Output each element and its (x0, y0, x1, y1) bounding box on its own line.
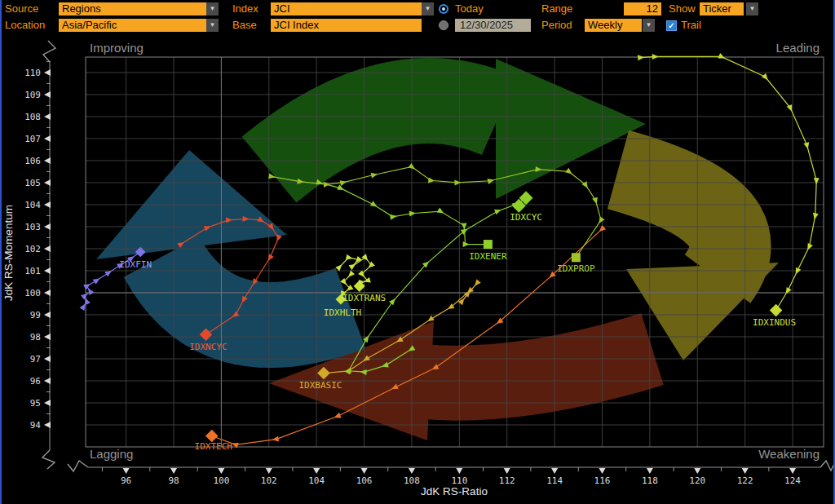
svg-text:96: 96 (30, 376, 41, 387)
location-select[interactable]: Asia/Pacific (59, 19, 206, 32)
ticker-label-IDXBASIC[interactable]: IDXBASIC (298, 380, 342, 391)
x-axis-break-left-icon (68, 461, 88, 471)
y-axis-break-bottom-icon (42, 450, 55, 469)
rrg-chart: 9698100102104106108110112114116118120122… (0, 0, 835, 504)
y-axis-title: JdK RS-Momentum (2, 205, 15, 301)
svg-text:108: 108 (404, 475, 420, 486)
ticker-label-IDXPROP[interactable]: IDXPROP (557, 263, 595, 274)
svg-text:114: 114 (546, 475, 563, 486)
ticker-label-IDXNCYC[interactable]: IDXNCYC (189, 342, 227, 352)
svg-text:109: 109 (24, 90, 41, 100)
svg-text:94: 94 (30, 420, 42, 431)
marker-IDXENER[interactable] (484, 240, 493, 249)
svg-text:112: 112 (499, 475, 515, 486)
svg-text:97: 97 (30, 354, 41, 365)
trail-checkbox-label[interactable]: Trail (681, 19, 701, 32)
ticker-label-IDXHLTH[interactable]: IDXHLTH (324, 307, 361, 318)
svg-text:98: 98 (30, 332, 41, 343)
svg-text:122: 122 (737, 475, 753, 486)
rotation-arrow-top-icon (269, 101, 499, 170)
svg-text:107: 107 (24, 134, 41, 144)
location-label: Location (5, 19, 45, 32)
ticker-label-IDXINDUS[interactable]: IDXINDUS (753, 317, 796, 328)
source-label: Source (5, 2, 38, 15)
quadrant-label-weakening: Weakening (758, 447, 820, 461)
svg-text:96: 96 (121, 475, 131, 486)
x-axis-break-right-icon (820, 461, 834, 471)
svg-text:99: 99 (30, 310, 41, 321)
svg-text:110: 110 (24, 68, 41, 78)
svg-text:124: 124 (784, 475, 801, 486)
marker-IDXTECH[interactable] (205, 430, 219, 443)
rotation-arrows (96, 59, 779, 440)
index-label: Index (232, 2, 258, 15)
quadrant-label-leading: Leading (776, 41, 820, 55)
rotation-arrow-bottom-icon (422, 349, 652, 383)
source-select[interactable]: Regions (59, 2, 206, 15)
ticker-label-IDXTECH[interactable]: IDXTECH (195, 441, 232, 452)
svg-text:105: 105 (24, 178, 41, 188)
ticker-label-IDXENER[interactable]: IDXENER (469, 251, 507, 262)
index-select[interactable]: JCI (271, 2, 422, 15)
svg-text:104: 104 (24, 200, 41, 210)
today-radio[interactable] (439, 4, 448, 14)
svg-text:102: 102 (24, 244, 41, 254)
today-radio-label[interactable]: Today (455, 2, 484, 15)
ticker-label-IDXFIN[interactable]: IDXFIN (119, 259, 152, 270)
quadrant-label-improving: Improving (90, 41, 144, 55)
show-dropdown-arrow-icon[interactable]: ▼ (746, 2, 758, 15)
date-input[interactable]: 12/30/2025 (455, 19, 531, 32)
svg-text:101: 101 (24, 266, 41, 276)
svg-text:106: 106 (24, 156, 41, 166)
marker-IDXPROP[interactable] (572, 253, 581, 262)
quadrant-label-lagging: Lagging (90, 447, 133, 461)
window-border-left (0, 0, 2, 504)
period-select[interactable]: Weekly (585, 19, 642, 32)
source-dropdown-arrow-icon[interactable]: ▼ (206, 2, 219, 15)
svg-text:108: 108 (24, 112, 41, 122)
toolbar: Source Regions ▼ Index JCI ▼ Today Range… (2, 0, 833, 35)
period-dropdown-arrow-icon[interactable]: ▼ (643, 19, 655, 32)
radio-dot-icon (442, 7, 445, 11)
x-axis-title: JdK RS-Ratio (421, 485, 488, 497)
ticker-label-IDXTRANS[interactable]: IDXTRANS (342, 293, 386, 303)
svg-text:120: 120 (689, 475, 705, 486)
svg-text:118: 118 (642, 475, 658, 486)
svg-text:106: 106 (356, 475, 373, 486)
range-label: Range (541, 2, 572, 15)
ticker-label-IDXCYC[interactable]: IDXCYC (510, 212, 542, 223)
base-label: Base (232, 19, 257, 32)
svg-text:102: 102 (261, 475, 277, 486)
y-axis-break-top-icon (43, 41, 55, 62)
period-label: Period (541, 19, 572, 32)
range-input[interactable]: 12 (624, 2, 661, 15)
svg-text:103: 103 (24, 222, 41, 232)
svg-text:100: 100 (213, 475, 229, 486)
trail-checkbox[interactable]: ✓ (666, 20, 677, 31)
svg-text:95: 95 (30, 398, 41, 409)
svg-text:100: 100 (24, 288, 41, 298)
series-IDXTRANS: IDXTRANS (335, 254, 386, 303)
show-select[interactable]: Ticker (700, 2, 744, 15)
date-radio[interactable] (439, 20, 448, 30)
svg-text:104: 104 (308, 475, 325, 486)
base-input[interactable]: JCI Index (271, 19, 422, 32)
location-dropdown-arrow-icon[interactable]: ▼ (206, 19, 219, 32)
show-label: Show (669, 2, 696, 15)
index-dropdown-arrow-icon[interactable]: ▼ (422, 2, 434, 15)
svg-text:98: 98 (168, 475, 179, 486)
svg-text:116: 116 (594, 475, 611, 486)
rotation-arrow-right-icon (618, 170, 731, 279)
